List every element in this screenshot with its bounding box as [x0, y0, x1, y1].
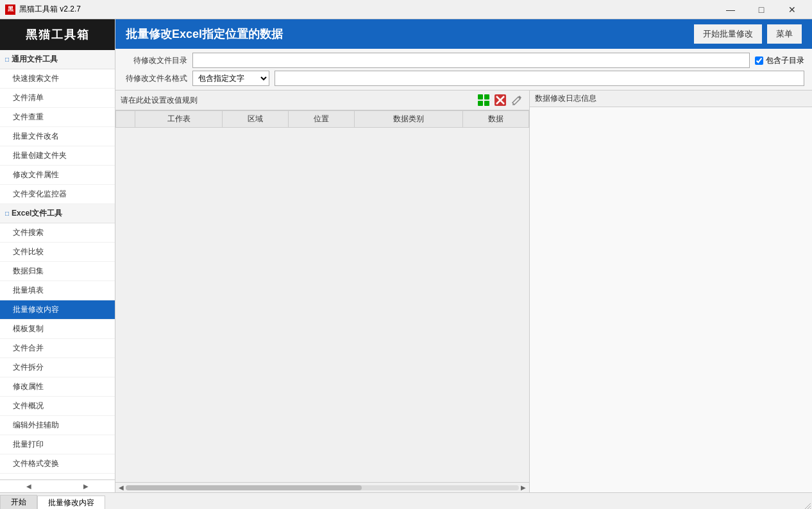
sidebar-item-文件搜索[interactable]: 文件搜索	[0, 223, 115, 243]
log-panel-label: 数据修改日志信息	[535, 94, 596, 103]
sidebar-item-批量打印[interactable]: 批量打印	[0, 435, 115, 454]
add-rule-button[interactable]	[477, 93, 491, 107]
tab-start-label: 开始	[11, 497, 26, 508]
sidebar-item-修改文件属性[interactable]: 修改文件属性	[0, 166, 115, 185]
col-worksheet-header: 工作表	[135, 111, 223, 128]
minimize-button[interactable]: —	[716, 0, 745, 19]
col-position-header: 位置	[288, 111, 354, 128]
svg-rect-1	[484, 94, 489, 99]
edit-icon	[511, 94, 523, 107]
log-panel-header: 数据修改日志信息	[530, 91, 812, 107]
dir-input[interactable]	[192, 53, 750, 68]
category-label-0: 通用文件工具	[12, 54, 58, 65]
log-panel-content[interactable]	[530, 107, 812, 492]
tab-batch-modify-label: 批量修改内容	[48, 497, 94, 508]
maximize-button[interactable]: □	[747, 0, 776, 19]
resize-handle	[804, 503, 811, 509]
title-bar: 黑 黑猫工具箱 v2.2.7 — □ ✕	[0, 0, 812, 19]
window-title: 黑猫工具箱 v2.2.7	[19, 4, 81, 15]
include-subdir-checkbox[interactable]	[755, 56, 763, 65]
panel-icons	[477, 93, 524, 107]
app-icon: 黑	[5, 4, 15, 15]
col-area-header: 区域	[223, 111, 289, 128]
tool-options: 待修改文件目录 包含子目录 待修改文件名格式 包含指定文字 精确匹配 正则表达式	[115, 49, 812, 91]
sidebar-item-编辑外挂辅助[interactable]: 编辑外挂辅助	[0, 416, 115, 435]
edit-rule-button[interactable]	[510, 93, 524, 107]
content-title: 批量修改Excel指定位置的数据	[126, 26, 283, 42]
hscroll-track[interactable]	[126, 485, 519, 490]
sidebar-item-批量修改内容[interactable]: 批量修改内容	[0, 300, 115, 320]
sidebar-scroll[interactable]: □通用文件工具快速搜索文件文件清单文件查重批量文件改名批量创建文件夹修改文件属性…	[0, 50, 115, 479]
sidebar-item-文件合并[interactable]: 文件合并	[0, 339, 115, 358]
horizontal-scrollbar[interactable]: ◀ ▶	[115, 482, 529, 492]
scroll-right-arrow[interactable]: ▶	[58, 480, 115, 492]
sidebar-item-批量填表[interactable]: 批量填表	[0, 281, 115, 300]
format-value-input[interactable]	[275, 71, 804, 86]
header-buttons: 开始批量修改 菜单	[694, 24, 802, 44]
format-row: 待修改文件名格式 包含指定文字 精确匹配 正则表达式	[123, 71, 804, 86]
svg-rect-0	[478, 94, 483, 99]
svg-line-8	[804, 503, 811, 509]
include-subdir-text: 包含子目录	[766, 55, 804, 66]
window-controls: — □ ✕	[716, 0, 807, 19]
start-batch-modify-button[interactable]: 开始批量修改	[694, 24, 762, 44]
col-num-header	[116, 111, 135, 128]
delete-icon	[494, 94, 507, 107]
sidebar-header: 黑猫工具箱	[0, 19, 115, 50]
rule-table: 工作表 区域 位置 数据类别 数据	[115, 110, 529, 128]
main-layout: 黑猫工具箱 □通用文件工具快速搜索文件文件清单文件查重批量文件改名批量创建文件夹…	[0, 19, 812, 492]
tab-batch-modify[interactable]: 批量修改内容	[37, 496, 105, 509]
panel-toolbar: 请在此处设置改值规则	[115, 91, 529, 110]
menu-button[interactable]: 菜单	[767, 24, 802, 44]
app-name: 黑猫工具箱	[26, 28, 90, 41]
sidebar-item-文件清单[interactable]: 文件清单	[0, 89, 115, 108]
close-button[interactable]: ✕	[777, 0, 807, 19]
sidebar: 黑猫工具箱 □通用文件工具快速搜索文件文件清单文件查重批量文件改名批量创建文件夹…	[0, 19, 115, 492]
col-datatype-header: 数据类别	[354, 111, 462, 128]
bottom-bar: 开始 批量修改内容	[0, 492, 812, 509]
dir-row: 待修改文件目录 包含子目录	[123, 53, 804, 68]
tab-start[interactable]: 开始	[0, 495, 37, 509]
sidebar-item-批量文件改名[interactable]: 批量文件改名	[0, 127, 115, 146]
content-area: 批量修改Excel指定位置的数据 开始批量修改 菜单 待修改文件目录 包含子目录…	[115, 19, 812, 492]
sidebar-item-文件格式变换[interactable]: 文件格式变换	[0, 454, 115, 474]
col-data-header: 数据	[463, 111, 529, 128]
sidebar-item-修改属性[interactable]: 修改属性	[0, 377, 115, 397]
sidebar-item-文件查重[interactable]: 文件查重	[0, 108, 115, 127]
delete-rule-button[interactable]	[493, 93, 507, 107]
sidebar-item-文件比较[interactable]: 文件比较	[0, 243, 115, 262]
category-label-1: Excel文件工具	[12, 208, 62, 219]
right-panel: 数据修改日志信息	[530, 91, 812, 492]
content-header: 批量修改Excel指定位置的数据 开始批量修改 菜单	[115, 19, 812, 49]
category-icon-1: □	[5, 210, 9, 217]
include-subdir-label[interactable]: 包含子目录	[755, 55, 804, 66]
sidebar-item-文件变化监控器[interactable]: 文件变化监控器	[0, 185, 115, 204]
hscroll-right-arrow[interactable]: ▶	[519, 484, 528, 491]
middle-panel: 请在此处设置改值规则	[115, 91, 812, 492]
category-icon-0: □	[5, 56, 9, 63]
sidebar-item-文件拆分[interactable]: 文件拆分	[0, 358, 115, 377]
title-bar-left: 黑 黑猫工具箱 v2.2.7	[5, 4, 81, 15]
sidebar-category-0: □通用文件工具	[0, 50, 115, 69]
format-label: 待修改文件名格式	[123, 73, 187, 84]
dir-label: 待修改文件目录	[123, 55, 187, 66]
sidebar-item-批量创建文件夹[interactable]: 批量创建文件夹	[0, 146, 115, 166]
sidebar-item-快速搜索文件[interactable]: 快速搜索文件	[0, 69, 115, 89]
format-select[interactable]: 包含指定文字 精确匹配 正则表达式	[192, 71, 269, 86]
sidebar-item-文件概况[interactable]: 文件概况	[0, 397, 115, 416]
sidebar-scroll-arrows: ◀ ▶	[0, 479, 115, 492]
hscroll-thumb[interactable]	[126, 485, 362, 490]
sidebar-category-1: □Excel文件工具	[0, 204, 115, 223]
svg-rect-2	[478, 101, 483, 106]
sidebar-item-数据归集[interactable]: 数据归集	[0, 262, 115, 281]
left-panel: 请在此处设置改值规则	[115, 91, 530, 492]
svg-rect-3	[484, 101, 489, 106]
scroll-left-arrow[interactable]: ◀	[0, 480, 58, 492]
rule-panel-label: 请在此处设置改值规则	[121, 95, 198, 106]
hscroll-left-arrow[interactable]: ◀	[117, 484, 126, 491]
sidebar-item-模板复制[interactable]: 模板复制	[0, 320, 115, 339]
rule-table-wrapper[interactable]: 工作表 区域 位置 数据类别 数据	[115, 110, 529, 482]
add-grid-icon	[477, 94, 490, 107]
